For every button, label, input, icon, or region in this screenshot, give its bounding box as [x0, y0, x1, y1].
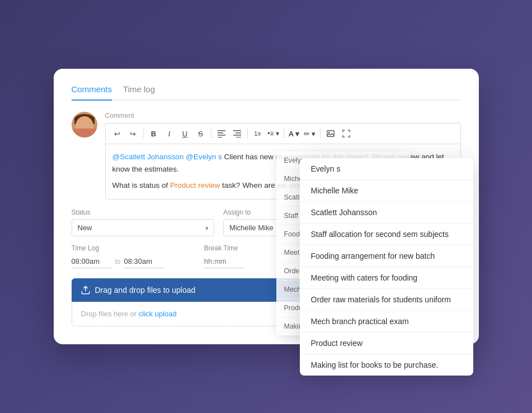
- italic-button[interactable]: I: [162, 126, 177, 141]
- time-end-input[interactable]: [124, 255, 164, 268]
- status-select[interactable]: New In Progress Done On Hold: [72, 219, 214, 236]
- status-label: Status: [72, 208, 214, 216]
- dropdown-item-evelyn[interactable]: Evelyn s: [300, 158, 473, 180]
- dropdown-item-making[interactable]: Making list for books to be purchase.: [300, 354, 473, 376]
- dropdown-item-product[interactable]: Product review: [300, 333, 473, 354]
- avatar: [72, 112, 97, 137]
- svg-rect-4: [233, 130, 241, 131]
- dropdown-item-mech[interactable]: Mech branch practical exam: [300, 311, 473, 333]
- editor-toolbar: ↩ ↪ B I U S 1≡ •≡ ▾ A ▾ ✏ ▾: [105, 123, 461, 144]
- svg-rect-7: [236, 137, 241, 137]
- highlight-button[interactable]: ✏ ▾: [303, 126, 317, 141]
- toolbar-divider-4: [284, 129, 284, 139]
- toolbar-divider-3: [247, 129, 248, 139]
- dropdown-item-staff[interactable]: Staff allocation for second sem subjects: [300, 224, 473, 245]
- time-start-input[interactable]: [72, 255, 112, 268]
- editor-text-2: What is status of: [112, 181, 171, 189]
- dropdown-item-meeting[interactable]: Meeting with caters for fooding: [300, 267, 473, 289]
- task-link-product-review: Product review: [170, 181, 220, 189]
- toolbar-divider-2: [211, 129, 211, 139]
- dropdown-item-order[interactable]: Order raw materials for students uniform: [300, 289, 473, 311]
- upload-click-link[interactable]: click upload: [139, 310, 177, 318]
- avatar-body: [72, 129, 97, 137]
- upload-icon: [81, 285, 91, 295]
- upload-drag-label: Drag and drop files to upload: [95, 286, 196, 295]
- comment-label: Comment: [105, 112, 461, 120]
- mention-dropdown[interactable]: Evelyn s Michelle Mike Scatlett Johansso…: [300, 158, 473, 376]
- strikethrough-button[interactable]: S: [194, 126, 208, 141]
- time-log-group: Time Log to: [72, 244, 195, 268]
- fullscreen-button[interactable]: [339, 126, 354, 141]
- unordered-list-button[interactable]: •≡ ▾: [266, 126, 281, 141]
- ordered-list-button[interactable]: 1≡: [251, 126, 265, 141]
- upload-drop-text: Drop files here or: [81, 310, 139, 318]
- dropdown-item-michelle[interactable]: Michelle Mike: [300, 180, 473, 202]
- underline-button[interactable]: U: [178, 126, 192, 141]
- status-group: Status New In Progress Done On Hold: [72, 208, 214, 236]
- bold-button[interactable]: B: [147, 126, 161, 141]
- svg-rect-8: [327, 131, 333, 137]
- svg-rect-3: [218, 137, 222, 137]
- tab-timelog[interactable]: Time log: [123, 84, 155, 101]
- time-log-label: Time Log: [72, 244, 195, 252]
- image-button[interactable]: [323, 126, 338, 141]
- break-time-input[interactable]: [204, 255, 244, 268]
- toolbar-divider-5: [320, 129, 321, 139]
- svg-rect-1: [218, 132, 223, 134]
- mention-scatlett: @Scatlett Johansson: [112, 153, 184, 161]
- align-left-button[interactable]: [214, 126, 229, 141]
- align-right-button[interactable]: [230, 126, 244, 141]
- undo-button[interactable]: ↩: [110, 126, 125, 141]
- svg-rect-6: [233, 135, 241, 136]
- dropdown-item-fooding[interactable]: Fooding arrangement for new batch: [300, 245, 473, 267]
- text-color-button[interactable]: A ▾: [287, 126, 302, 141]
- redo-button[interactable]: ↪: [126, 126, 140, 141]
- tab-comments[interactable]: Comments: [72, 84, 112, 101]
- svg-rect-0: [218, 130, 225, 131]
- tabs-container: Comments Time log: [72, 84, 461, 101]
- svg-rect-5: [236, 132, 241, 134]
- time-inputs: to: [72, 255, 195, 268]
- mention-evelyn: @Evelyn s: [186, 153, 222, 161]
- toolbar-divider-1: [143, 129, 144, 139]
- dropdown-item-scatlett[interactable]: Scatlett Johansson: [300, 202, 473, 224]
- status-select-wrapper: New In Progress Done On Hold: [72, 219, 214, 236]
- svg-rect-2: [218, 135, 225, 136]
- time-to-label: to: [115, 258, 121, 265]
